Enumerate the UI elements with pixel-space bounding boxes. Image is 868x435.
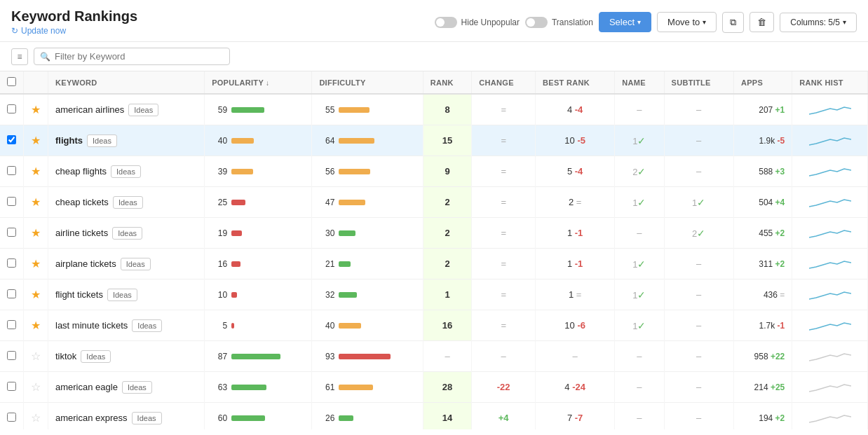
difficulty-cell: 30 [312,218,423,249]
subtitle-cell: – [664,372,733,403]
star-empty-icon[interactable]: ☆ [31,381,41,393]
update-now-link[interactable]: Update now [11,26,137,36]
checkbox-cell[interactable] [0,403,24,430]
select-all-header[interactable] [0,71,24,94]
apps-cell: 1.7k -1 [733,310,792,341]
row-checkbox[interactable] [7,289,16,298]
row-checkbox[interactable] [7,197,16,206]
popularity-cell: 63 [205,372,312,403]
delete-button[interactable]: 🗑 [750,12,774,32]
best-rank-value: 5 [567,166,572,177]
star-cell[interactable]: ★ [24,156,48,187]
row-checkbox[interactable] [7,320,16,329]
ideas-badge[interactable]: Ideas [132,412,162,424]
checkbox-cell[interactable] [0,156,24,187]
best-rank-value: 10 [564,135,574,146]
star-icon[interactable]: ★ [31,134,41,146]
ideas-badge[interactable]: Ideas [107,289,137,301]
move-to-button[interactable]: Move to ▾ [657,12,717,32]
ideas-badge[interactable]: Ideas [132,319,162,332]
select-all-checkbox[interactable] [7,77,16,86]
apps-change: -5 [778,136,785,146]
rank-hist-cell [792,249,868,279]
star-icon[interactable]: ★ [31,196,41,208]
popularity-header[interactable]: POPULARITY [205,71,312,94]
keyword-cell: last minute ticketsIdeas [48,310,205,341]
apps-value: 436 [764,290,778,300]
star-cell[interactable]: ★ [24,279,48,310]
ideas-badge[interactable]: Ideas [87,134,117,147]
hide-unpopular-label: Hide Unpopular [461,18,520,27]
row-checkbox[interactable] [7,258,16,268]
ideas-badge[interactable]: Ideas [112,227,142,240]
subtitle-cell: – [664,279,733,310]
keyword-cell: tiktokIdeas [48,341,205,372]
name-cell: 1✓ [615,249,664,279]
row-checkbox[interactable] [7,135,16,144]
star-cell[interactable]: ★ [24,187,48,218]
checkbox-cell[interactable] [0,372,24,403]
row-checkbox[interactable] [7,228,16,237]
row-checkbox[interactable] [7,382,16,391]
apps-header: APPS [733,71,792,94]
header-left: Keyword Rankings Update now [11,8,137,36]
checkbox-cell[interactable] [0,94,24,125]
ideas-badge[interactable]: Ideas [111,165,141,178]
checkbox-cell[interactable] [0,125,24,156]
ideas-badge[interactable]: Ideas [121,258,151,270]
table-row: ★ american airlinesIdeas 59 55 8 = 4 -4 … [0,94,868,125]
star-cell[interactable]: ☆ [24,341,48,372]
search-icon: 🔍 [40,52,50,62]
star-icon[interactable]: ★ [31,258,41,270]
star-cell[interactable]: ☆ [24,403,48,430]
table-row: ★ last minute ticketsIdeas 5 40 16 = 10 … [0,310,868,341]
star-cell[interactable]: ☆ [24,372,48,403]
star-empty-icon[interactable]: ☆ [31,350,41,362]
ideas-badge[interactable]: Ideas [81,350,111,363]
row-checkbox[interactable] [7,413,16,422]
checkbox-cell[interactable] [0,218,24,249]
star-cell[interactable]: ★ [24,218,48,249]
star-cell[interactable]: ★ [24,310,48,341]
copy-button[interactable]: ⧉ [722,12,744,33]
ideas-badge[interactable]: Ideas [113,196,143,209]
checkbox-cell[interactable] [0,249,24,279]
checkbox-cell[interactable] [0,310,24,341]
star-icon[interactable]: ★ [31,319,41,331]
rank-cell: 2 [423,187,472,218]
keyword-name: last minute tickets [55,320,128,331]
apps-value: 194 [759,413,773,423]
columns-button[interactable]: Columns: 5/5 ▾ [780,13,857,32]
change-value: = [501,258,506,269]
star-cell[interactable]: ★ [24,94,48,125]
row-checkbox[interactable] [7,166,16,175]
select-button[interactable]: Select ▾ [599,12,651,32]
ideas-badge[interactable]: Ideas [128,104,158,116]
star-cell[interactable]: ★ [24,125,48,156]
row-checkbox[interactable] [7,351,16,360]
row-checkbox[interactable] [7,104,16,113]
collapse-button[interactable]: ≡ [11,48,28,65]
checkbox-cell[interactable] [0,279,24,310]
star-cell[interactable]: ★ [24,249,48,279]
checkbox-cell[interactable] [0,187,24,218]
rank-cell: 14 [423,403,472,430]
translation-toggle[interactable] [525,17,548,28]
keyword-name: cheap flights [55,166,107,177]
star-icon[interactable]: ★ [31,227,41,239]
search-input[interactable] [55,51,224,62]
rank-cell: 28 [423,372,472,403]
star-empty-icon[interactable]: ☆ [31,412,41,424]
rank-cell: 8 [423,94,472,125]
name-value: – [637,351,642,361]
star-icon[interactable]: ★ [31,104,41,116]
hide-unpopular-toggle[interactable] [435,17,457,28]
change-value: = [501,228,506,238]
rank-cell: 2 [423,218,472,249]
star-icon[interactable]: ★ [31,289,41,301]
ideas-badge[interactable]: Ideas [122,381,152,394]
star-icon[interactable]: ★ [31,165,41,177]
search-box: 🔍 [34,48,230,65]
header-right: Hide Unpopular Translation Select ▾ Move… [435,12,857,33]
checkbox-cell[interactable] [0,341,24,372]
